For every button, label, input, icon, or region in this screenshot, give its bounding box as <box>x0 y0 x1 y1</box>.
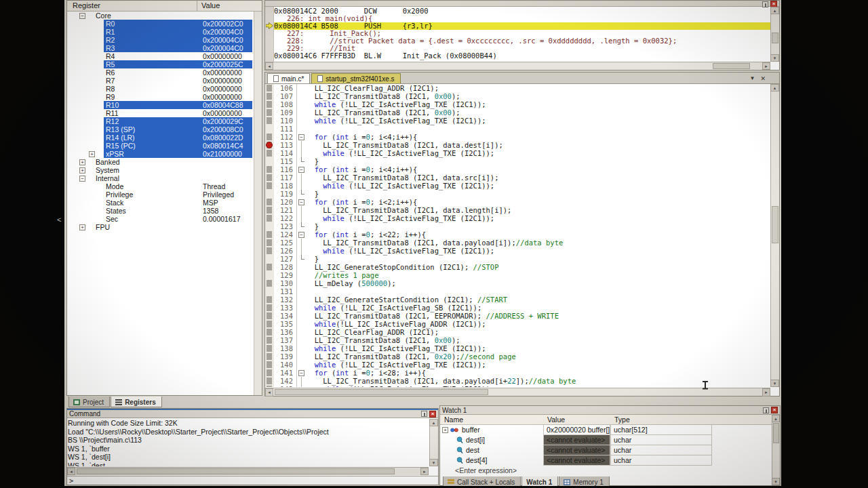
code-line[interactable]: 142 LL_I2C_TransmitData8 (I2C1, data.pay… <box>265 377 770 385</box>
watch-row[interactable]: <Enter expression> <box>440 466 772 476</box>
register-row[interactable]: R110x00000000 <box>67 109 254 117</box>
registers-scrollbar[interactable] <box>254 12 262 395</box>
scroll-down-icon[interactable]: ▼ <box>772 478 780 485</box>
expand-icon[interactable]: + <box>89 151 95 157</box>
scroll-up-icon[interactable]: ▲ <box>770 84 779 92</box>
code-line[interactable]: 122 while (!LL_I2C_IsActiveFlag_TXE (I2C… <box>265 214 770 222</box>
register-row[interactable]: States1358 <box>67 207 254 215</box>
scroll-down-icon[interactable]: ▼ <box>770 380 779 387</box>
code-line[interactable]: 107 LL_I2C_TransmitData8 (I2C1, 0x00); <box>265 92 770 100</box>
scroll-up-icon[interactable]: ▲ <box>772 415 780 422</box>
scroll-thumb[interactable] <box>772 33 778 43</box>
pin-icon[interactable] <box>762 1 768 7</box>
code-line[interactable]: 135 while(!LL_I2C_IsActiveFlag_ADDR (I2C… <box>265 320 770 328</box>
code-line[interactable]: 119 } <box>265 190 770 198</box>
register-row[interactable]: StackMSP <box>67 199 254 207</box>
code-line[interactable]: 131 <box>265 287 770 296</box>
watch-col-value[interactable]: Value <box>543 415 610 424</box>
fold-collapse-icon[interactable]: − <box>298 167 304 173</box>
code-line[interactable]: 108 while (!LL_I2C_IsActiveFlag_TXE (I2C… <box>265 100 770 108</box>
register-row[interactable]: R80x00000000 <box>67 85 254 93</box>
code-line[interactable]: 111 <box>265 125 770 133</box>
watch-type-cell[interactable]: uchar[512] <box>610 425 712 435</box>
watch-row[interactable]: dest[4]<cannot evaluate>uchar <box>440 455 772 466</box>
watch-vscrollbar[interactable]: ▲ ▼ <box>772 415 780 485</box>
scroll-thumb[interactable] <box>77 468 395 474</box>
code-line[interactable]: 123 } <box>265 222 770 230</box>
watch-name-cell[interactable]: dest <box>440 445 543 455</box>
scroll-right-icon[interactable]: ► <box>420 468 429 475</box>
register-row[interactable]: R14 (LR)0x0800022D <box>67 134 254 142</box>
disassembly-hscrollbar[interactable]: ◄ ► <box>265 62 770 70</box>
disasm-line[interactable]: 0x080014C6 F7FFFB3D BL.W Init_Pack (0x08… <box>274 52 770 60</box>
register-row[interactable]: +FPU <box>67 223 254 231</box>
breakpoint-icon[interactable] <box>266 142 273 148</box>
tab-startup-s[interactable]: startup_stm32f401xe.s <box>311 73 400 83</box>
watch-col-name[interactable]: Name <box>440 415 543 424</box>
scroll-up-icon[interactable]: ▲ <box>429 419 438 426</box>
code-line[interactable]: 132 LL_I2C_GenerateStartCondition (I2C1)… <box>265 296 770 304</box>
code-line[interactable]: 117 LL_I2C_TransmitData8 (I2C1, data.src… <box>265 174 770 182</box>
scroll-left-icon[interactable]: ◄ <box>265 388 273 396</box>
editor-vscrollbar[interactable]: ▲ ▼ <box>770 84 779 387</box>
expand-icon[interactable]: + <box>442 427 448 433</box>
watch-row[interactable]: dest<cannot evaluate>uchar <box>440 445 772 455</box>
register-row[interactable]: R60x00000000 <box>67 68 254 77</box>
code-line[interactable]: 124− for (int i =0; i<22; i++){ <box>265 230 770 239</box>
register-row[interactable]: +System <box>67 166 254 174</box>
code-line[interactable]: 113 LL_I2C_TransmitData8 (I2C1, data.des… <box>265 141 770 149</box>
tab-watch-1[interactable]: Watch 1 <box>521 476 558 486</box>
scroll-down-icon[interactable]: ▼ <box>770 54 779 62</box>
code-line[interactable]: 133 while (!LL_I2C_IsActiveFlag_SB (I2C1… <box>265 304 770 312</box>
watch-name-cell[interactable]: dest[i] <box>440 435 543 445</box>
register-row[interactable]: R90x00000000 <box>67 93 254 101</box>
register-row[interactable]: R00x200002C0 <box>67 20 254 28</box>
close-icon[interactable]: × <box>771 407 778 413</box>
command-input[interactable]: > <box>67 476 438 485</box>
pin-icon[interactable] <box>421 411 427 417</box>
scroll-up-icon[interactable]: ▲ <box>770 7 779 14</box>
scroll-left-icon[interactable]: ◄ <box>265 62 273 70</box>
expand-icon[interactable]: + <box>79 167 85 174</box>
watch-name-cell[interactable]: dest[4] <box>440 455 543 466</box>
watch-type-cell[interactable]: uchar <box>610 435 712 445</box>
scroll-right-icon[interactable]: ► <box>762 388 770 396</box>
scroll-thumb[interactable] <box>275 389 488 395</box>
register-row[interactable]: R30x200004C0 <box>67 44 254 52</box>
register-row[interactable]: ModeThread <box>67 182 254 190</box>
code-line[interactable]: 114 while (!LL_I2C_IsActiveFlag_TXE (I2C… <box>265 149 770 157</box>
registers-tree[interactable]: −CoreR00x200002C0R10x200004C0R20x200004C… <box>67 12 254 395</box>
register-row[interactable]: R50x2000025C <box>67 60 254 68</box>
tab-project[interactable]: Project <box>68 396 110 407</box>
code-line[interactable]: 127 } <box>265 255 770 263</box>
command-output[interactable]: Running with Code Size Limit: 32KLoad "C… <box>68 419 429 466</box>
register-row[interactable]: −Core <box>67 12 254 20</box>
code-line[interactable]: 129 //writes 1 page <box>265 271 770 279</box>
register-row[interactable]: R15 (PC)0x080014C4 <box>67 142 254 150</box>
register-row[interactable]: R10x200004C0 <box>67 28 254 36</box>
editor-hscrollbar[interactable]: ◄ ► <box>265 388 770 396</box>
tab-call-stack-locals[interactable]: Call Stack + Locals <box>443 476 521 486</box>
command-vscrollbar[interactable]: ▲ ▼ <box>429 419 438 466</box>
watch-row[interactable]: dest[i]<cannot evaluate>uchar <box>440 435 772 445</box>
collapse-icon[interactable]: − <box>79 176 85 182</box>
scroll-thumb[interactable] <box>713 63 750 69</box>
pin-icon[interactable] <box>763 407 769 413</box>
fold-collapse-icon[interactable]: − <box>298 370 304 376</box>
code-line[interactable]: 136 LL_I2C_ClearFlag_ADDR (I2C1); <box>265 328 770 336</box>
register-row[interactable]: +xPSR0x21000000 <box>67 150 254 158</box>
fold-collapse-icon[interactable]: − <box>298 199 304 205</box>
register-row[interactable]: PrivilegePrivileged <box>67 190 254 199</box>
watch-type-cell[interactable]: uchar <box>610 445 712 455</box>
tab-list-dropdown-icon[interactable]: ▼ <box>750 75 755 82</box>
code-line[interactable]: 126 while (!LL_I2C_IsActiveFlag_TXE (I2C… <box>265 247 770 255</box>
code-line[interactable]: 128 LL_I2C_GenerateStopCondition (I2C1);… <box>265 263 770 271</box>
close-document-icon[interactable]: ✕ <box>760 75 766 82</box>
register-row[interactable]: R100x08004C88 <box>67 101 254 109</box>
code-editor[interactable]: 106 LL_I2C_ClearFlag_ADDR (I2C1);107 LL_… <box>265 84 770 387</box>
expand-icon[interactable]: + <box>79 224 85 230</box>
code-line[interactable]: 139 LL_I2C_TransmitData8 (I2C1, 0x20);//… <box>265 352 770 361</box>
register-row[interactable]: Sec0.00001617 <box>67 215 254 223</box>
code-line[interactable]: 143 while (!LL_I2C_IsActiveFlag_TXE (I2C… <box>265 385 770 387</box>
register-row[interactable]: R70x00000000 <box>67 77 254 85</box>
